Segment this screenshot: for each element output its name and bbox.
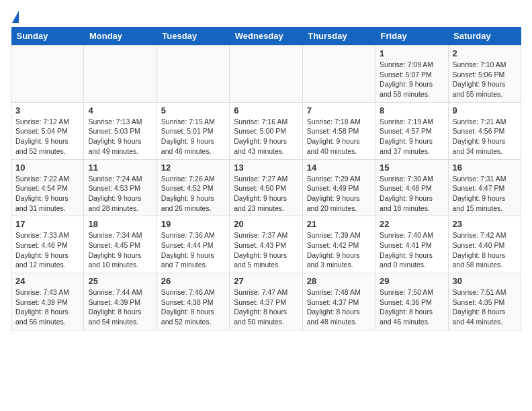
day-number: 3 (15, 105, 79, 116)
day-info: Sunrise: 7:46 AM Sunset: 4:38 PM Dayligh… (161, 287, 225, 327)
calendar-table: SundayMondayTuesdayWednesdayThursdayFrid… (11, 27, 521, 330)
day-info: Sunrise: 7:33 AM Sunset: 4:46 PM Dayligh… (15, 230, 79, 270)
header-day-saturday: Saturday (448, 27, 521, 46)
day-number: 7 (307, 105, 371, 116)
calendar-cell: 27Sunrise: 7:47 AM Sunset: 4:37 PM Dayli… (230, 273, 302, 330)
day-number: 26 (161, 276, 225, 286)
calendar-cell: 17Sunrise: 7:33 AM Sunset: 4:46 PM Dayli… (11, 216, 84, 273)
day-number: 9 (453, 105, 517, 116)
calendar-body: 1Sunrise: 7:09 AM Sunset: 5:07 PM Daylig… (11, 46, 521, 330)
calendar-header: SundayMondayTuesdayWednesdayThursdayFrid… (11, 27, 521, 46)
day-info: Sunrise: 7:50 AM Sunset: 4:36 PM Dayligh… (380, 287, 443, 327)
calendar-cell: 19Sunrise: 7:36 AM Sunset: 4:44 PM Dayli… (157, 216, 229, 273)
day-number: 13 (234, 163, 298, 173)
day-number: 14 (307, 163, 371, 173)
day-number: 19 (161, 219, 225, 229)
header-day-monday: Monday (84, 27, 157, 46)
day-info: Sunrise: 7:21 AM Sunset: 4:56 PM Dayligh… (453, 117, 517, 156)
day-number: 16 (453, 163, 517, 173)
day-info: Sunrise: 7:29 AM Sunset: 4:49 PM Dayligh… (307, 174, 371, 214)
day-number: 11 (88, 163, 152, 173)
day-info: Sunrise: 7:22 AM Sunset: 4:54 PM Dayligh… (15, 174, 79, 214)
day-number: 5 (161, 105, 225, 116)
day-number: 24 (15, 276, 79, 286)
day-number: 21 (307, 219, 371, 229)
calendar-cell: 20Sunrise: 7:37 AM Sunset: 4:43 PM Dayli… (230, 216, 302, 273)
day-number: 6 (234, 105, 298, 116)
day-number: 10 (15, 163, 79, 173)
day-number: 15 (380, 163, 443, 173)
week-row-4: 24Sunrise: 7:43 AM Sunset: 4:39 PM Dayli… (11, 273, 521, 330)
day-info: Sunrise: 7:42 AM Sunset: 4:40 PM Dayligh… (453, 230, 517, 270)
header-row: SundayMondayTuesdayWednesdayThursdayFrid… (11, 27, 521, 46)
calendar-cell: 18Sunrise: 7:34 AM Sunset: 4:45 PM Dayli… (84, 216, 157, 273)
day-info: Sunrise: 7:47 AM Sunset: 4:37 PM Dayligh… (234, 287, 298, 327)
calendar-cell: 5Sunrise: 7:15 AM Sunset: 5:01 PM Daylig… (157, 102, 229, 159)
calendar-cell: 7Sunrise: 7:18 AM Sunset: 4:58 PM Daylig… (302, 102, 375, 159)
calendar-cell: 21Sunrise: 7:39 AM Sunset: 4:42 PM Dayli… (302, 216, 375, 273)
calendar-cell: 16Sunrise: 7:31 AM Sunset: 4:47 PM Dayli… (448, 159, 521, 216)
calendar-cell: 30Sunrise: 7:51 AM Sunset: 4:35 PM Dayli… (448, 273, 521, 330)
day-number: 29 (380, 276, 443, 286)
calendar-cell (84, 46, 157, 103)
header-day-tuesday: Tuesday (157, 27, 229, 46)
day-number: 25 (88, 276, 152, 286)
day-number: 2 (453, 48, 517, 58)
day-number: 30 (453, 276, 517, 286)
logo (11, 11, 19, 21)
calendar-cell: 13Sunrise: 7:27 AM Sunset: 4:50 PM Dayli… (230, 159, 302, 216)
day-number: 23 (453, 219, 517, 229)
calendar-cell: 26Sunrise: 7:46 AM Sunset: 4:38 PM Dayli… (157, 273, 229, 330)
calendar-cell: 1Sunrise: 7:09 AM Sunset: 5:07 PM Daylig… (375, 46, 448, 103)
calendar-cell: 8Sunrise: 7:19 AM Sunset: 4:57 PM Daylig… (375, 102, 448, 159)
calendar-cell: 4Sunrise: 7:13 AM Sunset: 5:03 PM Daylig… (84, 102, 157, 159)
day-info: Sunrise: 7:18 AM Sunset: 4:58 PM Dayligh… (307, 117, 371, 156)
day-number: 12 (161, 163, 225, 173)
day-number: 27 (234, 276, 298, 286)
calendar-cell: 14Sunrise: 7:29 AM Sunset: 4:49 PM Dayli… (302, 159, 375, 216)
week-row-1: 3Sunrise: 7:12 AM Sunset: 5:04 PM Daylig… (11, 102, 521, 159)
day-info: Sunrise: 7:37 AM Sunset: 4:43 PM Dayligh… (234, 230, 298, 270)
week-row-3: 17Sunrise: 7:33 AM Sunset: 4:46 PM Dayli… (11, 216, 521, 273)
day-info: Sunrise: 7:34 AM Sunset: 4:45 PM Dayligh… (88, 230, 152, 270)
day-info: Sunrise: 7:24 AM Sunset: 4:53 PM Dayligh… (88, 174, 152, 214)
day-info: Sunrise: 7:48 AM Sunset: 4:37 PM Dayligh… (307, 287, 371, 327)
day-number: 1 (380, 48, 443, 58)
day-info: Sunrise: 7:51 AM Sunset: 4:35 PM Dayligh… (453, 287, 517, 327)
day-info: Sunrise: 7:09 AM Sunset: 5:07 PM Dayligh… (380, 60, 443, 99)
logo-triangle-icon (12, 11, 19, 23)
week-row-0: 1Sunrise: 7:09 AM Sunset: 5:07 PM Daylig… (11, 46, 521, 103)
day-info: Sunrise: 7:39 AM Sunset: 4:42 PM Dayligh… (307, 230, 371, 270)
calendar-cell: 11Sunrise: 7:24 AM Sunset: 4:53 PM Dayli… (84, 159, 157, 216)
calendar-cell: 22Sunrise: 7:40 AM Sunset: 4:41 PM Dayli… (375, 216, 448, 273)
header-day-sunday: Sunday (11, 27, 84, 46)
calendar-cell (230, 46, 302, 103)
day-number: 8 (380, 105, 443, 116)
calendar-cell: 23Sunrise: 7:42 AM Sunset: 4:40 PM Dayli… (448, 216, 521, 273)
calendar-cell: 28Sunrise: 7:48 AM Sunset: 4:37 PM Dayli… (302, 273, 375, 330)
day-info: Sunrise: 7:44 AM Sunset: 4:39 PM Dayligh… (88, 287, 152, 327)
calendar-cell (302, 46, 375, 103)
day-info: Sunrise: 7:19 AM Sunset: 4:57 PM Dayligh… (380, 117, 443, 156)
calendar-cell: 2Sunrise: 7:10 AM Sunset: 5:06 PM Daylig… (448, 46, 521, 103)
calendar-cell: 24Sunrise: 7:43 AM Sunset: 4:39 PM Dayli… (11, 273, 84, 330)
calendar-cell (157, 46, 229, 103)
calendar-cell: 6Sunrise: 7:16 AM Sunset: 5:00 PM Daylig… (230, 102, 302, 159)
calendar-cell: 9Sunrise: 7:21 AM Sunset: 4:56 PM Daylig… (448, 102, 521, 159)
day-info: Sunrise: 7:31 AM Sunset: 4:47 PM Dayligh… (453, 174, 517, 214)
day-info: Sunrise: 7:12 AM Sunset: 5:04 PM Dayligh… (15, 117, 79, 156)
header-day-friday: Friday (375, 27, 448, 46)
page-header (11, 11, 521, 21)
header-day-wednesday: Wednesday (230, 27, 302, 46)
header-day-thursday: Thursday (302, 27, 375, 46)
day-number: 28 (307, 276, 371, 286)
calendar-cell: 3Sunrise: 7:12 AM Sunset: 5:04 PM Daylig… (11, 102, 84, 159)
day-info: Sunrise: 7:43 AM Sunset: 4:39 PM Dayligh… (15, 287, 79, 327)
day-info: Sunrise: 7:16 AM Sunset: 5:00 PM Dayligh… (234, 117, 298, 156)
calendar-cell: 10Sunrise: 7:22 AM Sunset: 4:54 PM Dayli… (11, 159, 84, 216)
day-info: Sunrise: 7:13 AM Sunset: 5:03 PM Dayligh… (88, 117, 152, 156)
day-info: Sunrise: 7:27 AM Sunset: 4:50 PM Dayligh… (234, 174, 298, 214)
day-info: Sunrise: 7:15 AM Sunset: 5:01 PM Dayligh… (161, 117, 225, 156)
calendar-cell: 25Sunrise: 7:44 AM Sunset: 4:39 PM Dayli… (84, 273, 157, 330)
day-info: Sunrise: 7:36 AM Sunset: 4:44 PM Dayligh… (161, 230, 225, 270)
